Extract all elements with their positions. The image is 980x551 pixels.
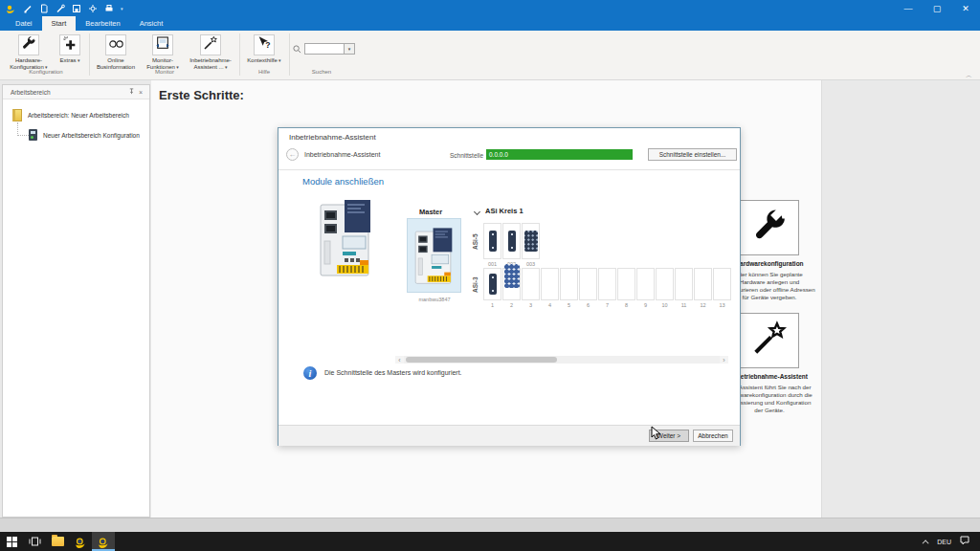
interface-address-bar: 0.0.0.0 [486, 149, 633, 160]
online-businformation-button[interactable]: Online Businformation [93, 34, 139, 71]
chevron-down-icon[interactable] [474, 209, 480, 215]
module-slot[interactable]: 5 [560, 268, 578, 308]
tools-icon[interactable] [56, 4, 65, 13]
master-device-image [315, 197, 378, 281]
module-slot[interactable]: 001 [483, 223, 501, 267]
workspace-panel-title: Arbeitsbereich [11, 89, 126, 96]
search-dropdown-icon[interactable]: ▾ [345, 43, 355, 55]
scrollbar-thumb[interactable] [406, 357, 557, 363]
svg-text:?: ? [265, 40, 270, 50]
print-icon[interactable] [104, 4, 114, 13]
pin-icon[interactable] [126, 88, 136, 96]
ribbon-tab[interactable]: Bearbeiten [76, 16, 129, 31]
monitor-icon [155, 35, 170, 55]
language-indicator[interactable]: DEU [937, 539, 951, 545]
ribbon-tab[interactable]: Ansicht [130, 16, 173, 31]
scrollbar-track[interactable] [404, 356, 720, 364]
tree-connector [17, 122, 29, 136]
group-label-konfiguration: Konfiguration [6, 69, 86, 75]
ribbon-tab[interactable]: Start [42, 16, 77, 31]
module-icon [508, 231, 516, 252]
horizontal-scrollbar: ‹ › [395, 356, 728, 364]
module-slot[interactable]: 3 [522, 268, 540, 308]
module-slot[interactable]: 002 [502, 223, 521, 267]
hardware-konfiguration-button[interactable]: Hardware-Konfiguration [6, 34, 52, 71]
edit-icon[interactable] [23, 4, 33, 13]
interface-settings-button[interactable]: Schnittstelle einstellen... [648, 148, 737, 161]
close-panel-icon[interactable]: × [136, 89, 145, 96]
action-center-icon[interactable] [959, 533, 970, 550]
glasses-icon [108, 36, 124, 54]
module-icon [504, 264, 520, 288]
kontexthilfe-button[interactable]: ? Kontexthilfe [242, 34, 286, 64]
info-text: Die Schnittstelle des Masters wird konfi… [324, 369, 462, 376]
scroll-left-icon[interactable]: ‹ [395, 356, 404, 364]
tree-item-configuration[interactable]: Neuer Arbeitsbereich Konfiguration [29, 129, 149, 141]
workspace-icon [12, 109, 22, 121]
interface-label: Schnittstelle [412, 152, 483, 159]
module-slot[interactable]: 8 [617, 268, 635, 308]
mouse-cursor [651, 426, 661, 444]
module-slot[interactable]: 003 [522, 223, 540, 267]
active-app-icon[interactable] [92, 532, 115, 551]
inbetriebnahme-assistent-button[interactable]: Inbetriebnahme-Assistent ... [186, 34, 235, 71]
close-button[interactable]: ✕ [951, 0, 980, 16]
task-view-icon[interactable] [23, 532, 46, 551]
maximize-button[interactable]: ▢ [923, 0, 951, 16]
asi3-slot-row: 1 2 3 4 5 [483, 268, 731, 308]
right-area [821, 80, 980, 518]
module-slot[interactable]: 1 [483, 268, 501, 308]
circuit-title: ASi Kreis 1 [485, 207, 523, 215]
hidden-icons-chevron[interactable] [923, 540, 929, 546]
wrench-icon [21, 35, 36, 55]
master-thumbnail[interactable] [407, 218, 461, 293]
page-title: Erste Schritte: [159, 88, 244, 102]
master-label: Master [419, 208, 442, 216]
module-slot[interactable]: 10 [656, 268, 674, 308]
module-icon [489, 231, 497, 252]
extras-button[interactable]: Extras [54, 34, 86, 64]
module-slot[interactable]: 2 [502, 268, 521, 308]
module-slot[interactable]: 7 [598, 268, 616, 308]
tree-item-workspace[interactable]: Arbeitsbereich: Neuer Arbeitsbereich [12, 109, 149, 121]
minimize-button[interactable]: — [894, 0, 923, 16]
commissioning-wizard-dialog: Inbetriebnahme-Assistent ← Inbetriebnahm… [278, 127, 741, 446]
module-icon [524, 231, 538, 252]
module-slot[interactable]: 9 [636, 268, 655, 308]
app-icon[interactable] [69, 532, 92, 551]
scroll-right-icon[interactable]: › [720, 356, 728, 364]
qat-dropdown-icon[interactable]: ▾ [121, 6, 123, 11]
quick-access-toolbar: ▾ [0, 3, 123, 13]
group-label-monitor: Monitor [93, 69, 236, 75]
asi5-slot-row: 001 002 003 [483, 223, 540, 267]
module-slot[interactable]: 12 [694, 268, 712, 308]
search-icon [293, 40, 301, 57]
divider [278, 169, 740, 170]
module-slot[interactable]: 6 [579, 268, 597, 308]
search-group: ▾ [293, 40, 355, 57]
ribbon-tab[interactable]: Datei [6, 16, 42, 31]
cancel-button[interactable]: Abbrechen [693, 430, 733, 442]
start-button[interactable] [0, 532, 23, 551]
collapse-ribbon-icon[interactable]: ︿ [966, 71, 972, 80]
magic-wand-icon [203, 35, 218, 55]
info-icon [303, 366, 317, 380]
monitor-funktionen-button[interactable]: Monitor-Funktionen [140, 34, 186, 71]
settings-icon[interactable] [88, 4, 98, 13]
save-icon[interactable] [72, 4, 81, 13]
ribbon: Hardware-Konfiguration Extras Online Bus… [0, 31, 980, 80]
asi5-axis-label: ASi-5 [472, 224, 481, 260]
wrench-icon [751, 208, 788, 248]
module-slot[interactable]: 4 [541, 268, 559, 308]
module-slot[interactable]: 11 [675, 268, 693, 308]
desktop: ▾ — ▢ ✕ Datei Start Bearbeiten Ansicht H… [0, 0, 980, 551]
search-input[interactable] [304, 43, 345, 55]
help-pointer-icon: ? [256, 35, 272, 55]
module-slot[interactable]: 13 [713, 268, 731, 308]
new-file-icon[interactable] [39, 4, 49, 13]
back-button[interactable]: ← [286, 148, 299, 161]
magic-wand-icon [751, 320, 788, 361]
file-explorer-icon[interactable] [46, 532, 69, 551]
group-label-hilfe: Hilfe [242, 69, 286, 75]
status-bar [0, 518, 980, 532]
